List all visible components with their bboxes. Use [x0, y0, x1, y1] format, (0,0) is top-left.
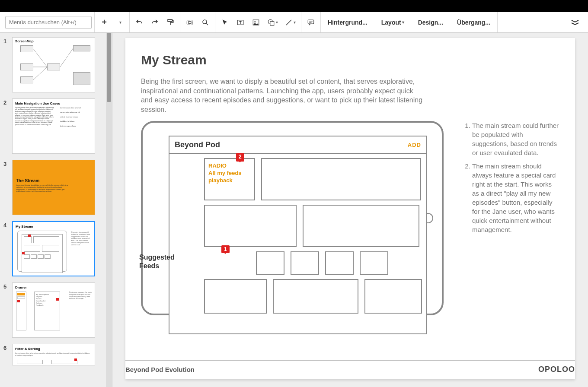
chevrons-down-icon [571, 20, 579, 25]
suggested-card [325, 251, 354, 275]
slide-footer: Beyond Pod Evolution OPOLOO [125, 360, 575, 374]
content-card [273, 279, 358, 314]
app-add-button: ADD [408, 142, 421, 148]
slide-number: 3 [3, 160, 12, 167]
paint-format-button[interactable] [163, 16, 177, 29]
slide-number: 2 [3, 98, 12, 106]
image-tool-button[interactable] [249, 16, 263, 29]
svg-rect-2 [189, 21, 191, 23]
image-icon [252, 19, 260, 26]
textbox-icon: T [236, 19, 244, 26]
comment-icon [307, 19, 315, 26]
slide-editor[interactable]: My Stream Being the first screen, we wan… [112, 33, 588, 387]
app-header: Beyond Pod ADD [169, 136, 426, 154]
annotation-item-1: The main stream could further be populat… [472, 121, 559, 157]
toolbar: + ▾ T ▾ [0, 12, 588, 33]
chevron-down-icon: ▾ [402, 20, 404, 25]
paint-roller-icon [166, 19, 174, 26]
textbox-tool-button[interactable]: T [233, 16, 247, 29]
svg-rect-1 [187, 20, 193, 25]
thumb-title: Filter & Sorting [15, 347, 40, 351]
design-button[interactable]: Design... [414, 16, 447, 29]
callout-2: 2 [236, 153, 244, 162]
svg-line-13 [33, 67, 47, 80]
svg-rect-0 [168, 19, 173, 22]
scrollbar-thumb[interactable] [107, 33, 111, 102]
svg-rect-10 [308, 20, 314, 24]
slide-panel[interactable]: 1 ScreenMap 2 Main Navigation Use Cases … [0, 33, 112, 387]
slide-title[interactable]: My Stream [141, 53, 559, 67]
undo-icon [135, 19, 143, 26]
content-card [204, 205, 297, 247]
layout-label: Layout [381, 19, 401, 26]
slide-canvas[interactable]: My Stream Being the first screen, we wan… [125, 38, 575, 379]
thumb-title: Main Navigation Use Cases [15, 102, 60, 105]
line-icon [285, 19, 293, 26]
content-card [364, 279, 422, 314]
menu-search-input[interactable] [5, 16, 92, 29]
slide-body-text[interactable]: Being the first screen, we want to displ… [141, 77, 426, 114]
slide-thumbnail-5[interactable]: 5 Drawer My SubscriptionsPlaylistsRecent… [3, 282, 109, 338]
browser-tabstrip [0, 0, 588, 12]
svg-text:T: T [239, 20, 242, 25]
transition-button[interactable]: Übergang... [453, 16, 495, 29]
svg-line-11 [33, 49, 47, 67]
app-frame: Beyond Pod ADD Suggested Feeds 2 RADIO A… [169, 136, 427, 334]
callout-1: 1 [221, 245, 230, 253]
toolbar-more-button[interactable] [568, 16, 582, 29]
shape-tool-button[interactable]: ▾ [265, 16, 281, 29]
line-tool-button[interactable]: ▾ [282, 16, 298, 29]
thumb-title: My Stream [16, 225, 33, 228]
app-title: Beyond Pod [175, 140, 220, 149]
radio-card: 2 RADIO All my feeds playback [204, 158, 255, 200]
footer-right-brand: OPOLOO [538, 365, 575, 374]
zoom-button[interactable] [198, 16, 212, 29]
scrollbar[interactable] [106, 33, 112, 387]
slide-thumbnail-6[interactable]: 6 Filter & Sorting Lorem ipsum dolor sit… [3, 344, 109, 365]
slide-thumbnail-4[interactable]: 4 My Stream The main stream could furthe [3, 221, 109, 276]
slide-number: 5 [3, 282, 12, 290]
slide-number: 4 [3, 221, 12, 228]
thumb-title: The Stream [16, 178, 39, 183]
undo-button[interactable] [132, 16, 146, 29]
suggested-card [256, 251, 284, 275]
slide-number: 1 [3, 37, 12, 44]
slide-annotations[interactable]: The main stream could further be populat… [461, 121, 559, 238]
slide-thumbnail-1[interactable]: 1 ScreenMap [3, 37, 109, 92]
layout-button[interactable]: Layout▾ [377, 16, 409, 29]
slide-thumbnail-3[interactable]: 3 The Stream Launching the app should ta… [3, 160, 109, 215]
suggested-card [291, 251, 319, 275]
comment-button[interactable] [304, 16, 318, 29]
suggested-feeds-label: Suggested Feeds [139, 253, 187, 270]
tablet-mockup: Beyond Pod ADD Suggested Feeds 2 RADIO A… [141, 121, 444, 315]
content-card [261, 158, 421, 200]
zoom-fit-button[interactable] [183, 16, 197, 29]
new-slide-button[interactable]: + [97, 16, 111, 29]
slide-thumbnail-2[interactable]: 2 Main Navigation Use Cases Lorem ipsum … [3, 98, 109, 154]
shape-icon [267, 19, 275, 26]
svg-rect-9 [270, 21, 274, 25]
suggested-card [360, 251, 388, 275]
new-slide-dropdown[interactable]: ▾ [113, 16, 127, 29]
workspace: 1 ScreenMap 2 Main Navigation Use Cases … [0, 33, 588, 387]
fit-icon [186, 19, 194, 26]
footer-left-text: Beyond Pod Evolution [125, 366, 195, 373]
content-card [303, 205, 419, 247]
svg-point-3 [203, 20, 207, 24]
slide-number: 6 [3, 344, 12, 351]
radio-card-line2: All my feeds playback [208, 170, 242, 184]
redo-button[interactable] [148, 16, 162, 29]
svg-line-14 [60, 48, 73, 67]
radio-card-line1: RADIO [208, 162, 227, 169]
svg-point-7 [254, 21, 256, 22]
content-card [204, 279, 267, 314]
background-button[interactable]: Hintergrund... [323, 16, 372, 29]
cursor-icon [221, 19, 228, 26]
magnifier-icon [201, 19, 209, 26]
thumb-title: Drawer [15, 285, 27, 289]
redo-icon [151, 19, 159, 26]
select-tool-button[interactable] [218, 16, 232, 29]
annotation-item-2: The main stream should always feature a … [472, 162, 559, 234]
